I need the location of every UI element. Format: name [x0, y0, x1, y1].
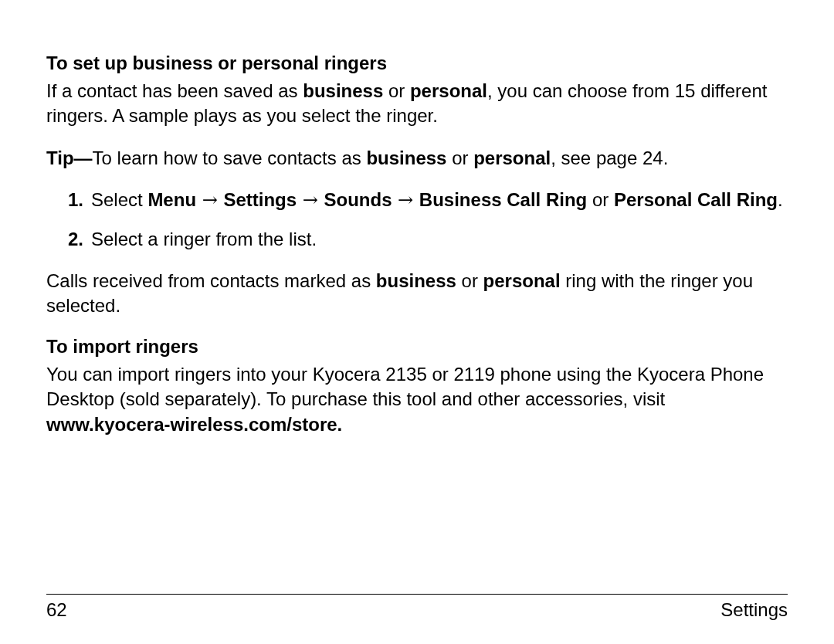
list-item: 2. Select a ringer from the list. — [46, 227, 788, 252]
store-url: www.kyocera-wireless.com/store. — [46, 414, 342, 435]
bold-business: business — [366, 147, 446, 168]
page-footer: 62 Settings — [46, 594, 788, 621]
page-content: To set up business or personal ringers I… — [46, 53, 788, 594]
arrow-icon: → — [196, 189, 223, 211]
outro-paragraph: Calls received from contacts marked as b… — [46, 269, 788, 319]
tip-label: Tip— — [46, 147, 93, 168]
page-number: 62 — [46, 599, 67, 621]
bold-personal: personal — [410, 80, 487, 101]
step-body: Select a ringer from the list. — [91, 227, 788, 252]
arrow-icon: → — [297, 189, 324, 211]
text: or — [587, 189, 614, 210]
menu-path-business-call-ring: Business Call Ring — [419, 189, 587, 210]
section-heading-import: To import ringers — [46, 336, 788, 358]
import-paragraph: You can import ringers into your Kyocera… — [46, 362, 788, 437]
tip-paragraph: Tip—To learn how to save contacts as bus… — [46, 146, 788, 171]
step-number: 2. — [68, 227, 91, 252]
text: or — [446, 147, 473, 168]
section-heading-ringers: To set up business or personal ringers — [46, 53, 788, 74]
footer-section-label: Settings — [720, 599, 788, 621]
step-number: 1. — [68, 188, 91, 212]
text: or — [456, 270, 483, 291]
text: , see page 24. — [551, 147, 668, 168]
bold-personal: personal — [483, 270, 561, 291]
text: You can import ringers into your Kyocera… — [46, 364, 764, 409]
step-body: Select Menu → Settings → Sounds → Busine… — [91, 188, 788, 212]
text: To learn how to save contacts as — [93, 147, 367, 168]
steps-list: 1. Select Menu → Settings → Sounds → Bus… — [46, 188, 788, 252]
text: Select — [91, 189, 147, 210]
text: If a contact has been saved as — [46, 80, 303, 101]
intro-paragraph: If a contact has been saved as business … — [46, 79, 788, 129]
list-item: 1. Select Menu → Settings → Sounds → Bus… — [46, 188, 788, 212]
menu-path-sounds: Sounds — [324, 189, 392, 210]
arrow-icon: → — [392, 189, 419, 211]
manual-page: To set up business or personal ringers I… — [0, 0, 834, 644]
bold-business: business — [303, 80, 383, 101]
menu-path-settings: Settings — [223, 189, 297, 210]
bold-personal: personal — [473, 147, 551, 168]
bold-business: business — [376, 270, 456, 291]
text: or — [383, 80, 410, 101]
menu-path-menu: Menu — [147, 189, 196, 210]
menu-path-personal-call-ring: Personal Call Ring — [614, 189, 778, 210]
text: Calls received from contacts marked as — [46, 270, 376, 291]
text: . — [778, 189, 783, 210]
